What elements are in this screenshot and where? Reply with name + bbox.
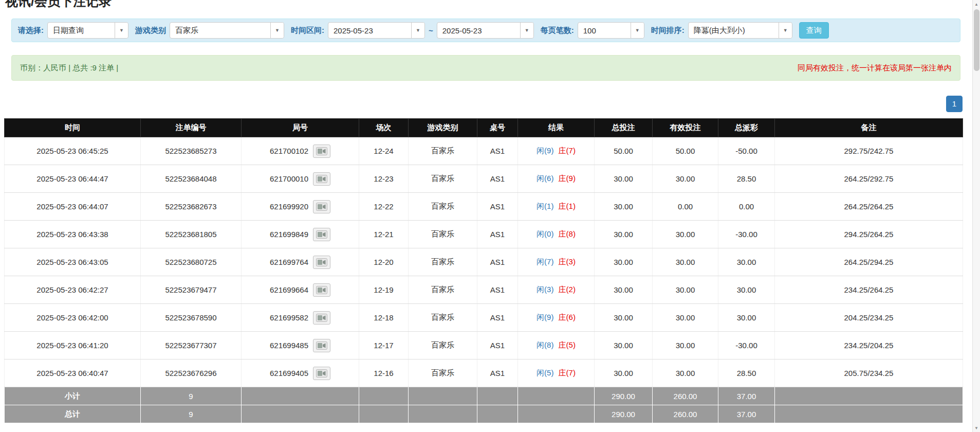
- cell-payout: -50.00: [718, 137, 775, 165]
- valid-bet-notice: 同局有效投注，统一计算在该局第一张注单内: [798, 63, 952, 73]
- scroll-down-icon[interactable]: ▼: [973, 424, 980, 432]
- total-count: 9: [141, 405, 242, 423]
- total-bet-link[interactable]: 30.00: [595, 248, 653, 276]
- cell-round-id: 621699485: [242, 332, 359, 359]
- header-game-type: 游戏类别: [409, 119, 477, 137]
- cell-table-no: AS1: [477, 221, 518, 248]
- video-replay-icon[interactable]: [313, 339, 330, 352]
- query-type-select[interactable]: 日期查询 ▼: [47, 22, 128, 39]
- page-button-1[interactable]: 1: [946, 96, 963, 112]
- subtotal-label: 小计: [5, 387, 141, 405]
- cell-session: 12-16: [359, 359, 409, 387]
- result-player: 闲(9): [537, 313, 553, 321]
- game-type-label: 游戏类别: [135, 26, 166, 35]
- cell-bet-id: 522523680725: [141, 248, 242, 276]
- video-replay-icon[interactable]: [313, 200, 330, 213]
- date-to-select[interactable]: 2025-05-23 ▼: [437, 22, 534, 39]
- cell-game-type: 百家乐: [409, 137, 477, 165]
- result-banker: 庄(2): [559, 285, 576, 294]
- summary-bar: 币别：人民币 | 总共 :9 注单 | 同局有效投注，统一计算在该局第一张注单内: [11, 55, 960, 81]
- table-row: 2025-05-23 06:44:47 522523684048 6217000…: [5, 165, 963, 193]
- cell-game-type: 百家乐: [409, 193, 477, 221]
- round-id-text: 621700102: [270, 147, 308, 155]
- cell-payout: 30.00: [718, 304, 775, 332]
- chevron-down-icon: ▼: [779, 23, 792, 38]
- scroll-up-icon[interactable]: ▲: [973, 0, 980, 8]
- cell-result: 闲(7) 庄(3): [518, 248, 595, 276]
- video-replay-icon[interactable]: [313, 172, 330, 186]
- scrollbar[interactable]: ▲ ▼: [972, 0, 980, 432]
- total-bet-link[interactable]: 30.00: [595, 332, 653, 359]
- page-size-select[interactable]: 100 ▼: [578, 22, 644, 39]
- total-total-bet: 290.00: [595, 405, 653, 423]
- cell-remark: 294.25/264.25: [775, 221, 963, 248]
- cell-valid-bet: 30.00: [653, 332, 718, 359]
- cell-session: 12-21: [359, 221, 409, 248]
- cell-time: 2025-05-23 06:45:25: [5, 137, 141, 165]
- cell-result: 闲(0) 庄(8): [518, 221, 595, 248]
- cell-result: 闲(9) 庄(7): [518, 137, 595, 165]
- header-total-bet: 总投注: [595, 119, 653, 137]
- cell-round-id: 621700102: [242, 137, 359, 165]
- time-sort-select[interactable]: 降冪(由大到小) ▼: [688, 22, 792, 39]
- table-footer: 小计 9 290.00 260.00 37.00 总计 9 290.00 260…: [5, 387, 963, 423]
- total-valid-bet: 260.00: [653, 405, 718, 423]
- table-row: 2025-05-23 06:43:38 522523681805 6216998…: [5, 221, 963, 248]
- search-button[interactable]: 查询: [799, 22, 829, 39]
- video-replay-icon[interactable]: [313, 228, 330, 241]
- filter-group-time-sort: 时间排序: 降冪(由大到小) ▼: [651, 22, 792, 39]
- cell-remark: 264.25/292.75: [775, 165, 963, 193]
- cell-remark: 264.25/294.25: [775, 248, 963, 276]
- result-banker: 庄(3): [559, 257, 576, 266]
- total-bet-link[interactable]: 30.00: [595, 165, 653, 193]
- header-remark: 备注: [775, 119, 963, 137]
- cell-table-no: AS1: [477, 165, 518, 193]
- chevron-down-icon: ▼: [520, 23, 533, 38]
- video-replay-icon[interactable]: [313, 256, 330, 269]
- total-bet-link[interactable]: 30.00: [595, 193, 653, 221]
- header-payout: 总派彩: [718, 119, 775, 137]
- cell-game-type: 百家乐: [409, 165, 477, 193]
- result-banker: 庄(5): [559, 340, 576, 349]
- cell-valid-bet: 30.00: [653, 304, 718, 332]
- cell-valid-bet: 30.00: [653, 165, 718, 193]
- video-replay-icon[interactable]: [313, 311, 330, 325]
- cell-payout: -30.00: [718, 332, 775, 359]
- total-bet-link[interactable]: 30.00: [595, 359, 653, 387]
- total-bet-link[interactable]: 30.00: [595, 276, 653, 304]
- cell-valid-bet: 50.00: [653, 137, 718, 165]
- cell-payout: -30.00: [718, 221, 775, 248]
- game-type-select[interactable]: 百家乐 ▼: [170, 22, 284, 39]
- total-bet-link[interactable]: 50.00: [595, 137, 653, 165]
- date-from-select[interactable]: 2025-05-23 ▼: [328, 22, 425, 39]
- cell-round-id: 621699764: [242, 248, 359, 276]
- cell-game-type: 百家乐: [409, 332, 477, 359]
- cell-bet-id: 522523684048: [141, 165, 242, 193]
- video-replay-icon[interactable]: [313, 145, 330, 158]
- cell-time: 2025-05-23 06:40:47: [5, 359, 141, 387]
- cell-session: 12-20: [359, 248, 409, 276]
- filter-group-page-size: 每页笔数: 100 ▼: [541, 22, 644, 39]
- scrollbar-thumb[interactable]: [974, 9, 979, 71]
- cell-remark: 264.25/264.25: [775, 193, 963, 221]
- page-size-label: 每页笔数:: [541, 26, 574, 35]
- cell-bet-id: 522523676296: [141, 359, 242, 387]
- cell-table-no: AS1: [477, 332, 518, 359]
- page-size-value: 100: [578, 23, 631, 38]
- subtotal-valid-bet: 260.00: [653, 387, 718, 405]
- result-player: 闲(7): [537, 257, 553, 266]
- table-row: 2025-05-23 06:42:00 522523678590 6216995…: [5, 304, 963, 332]
- cell-bet-id: 522523678590: [141, 304, 242, 332]
- cell-result: 闲(1) 庄(1): [518, 193, 595, 221]
- total-bet-link[interactable]: 30.00: [595, 221, 653, 248]
- table-row: 2025-05-23 06:44:07 522523682673 6216999…: [5, 193, 963, 221]
- round-id-text: 621700010: [270, 174, 308, 183]
- cell-time: 2025-05-23 06:42:00: [5, 304, 141, 332]
- cell-round-id: 621699405: [242, 359, 359, 387]
- total-row: 总计 9 290.00 260.00 37.00: [5, 405, 963, 423]
- table-header: 时间 注单编号 局号 场次 游戏类别 桌号 结果 总投注 有效投注 总派彩 备注: [5, 119, 963, 137]
- video-replay-icon[interactable]: [313, 283, 330, 297]
- game-type-value: 百家乐: [170, 23, 270, 38]
- total-bet-link[interactable]: 30.00: [595, 304, 653, 332]
- video-replay-icon[interactable]: [313, 367, 330, 380]
